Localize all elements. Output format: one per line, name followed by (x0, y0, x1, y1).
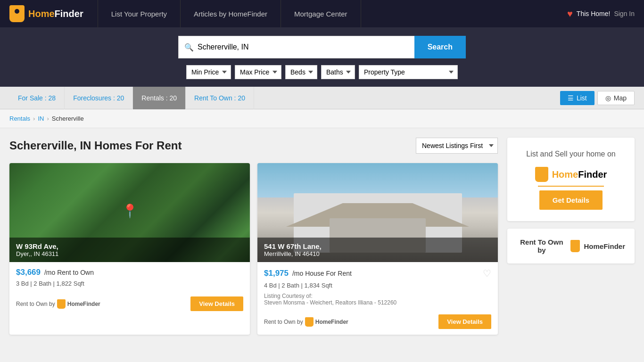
search-input-wrap: 🔍 (178, 36, 414, 58)
get-details-button[interactable]: Get Details (539, 190, 603, 210)
filter-bar: Min Price Max Price Beds Baths Property … (186, 65, 458, 79)
nav-articles[interactable]: Articles by HomeFinder (181, 0, 281, 27)
card-price-line-2: $1,975 /mo House For Rent ♡ (264, 268, 491, 279)
view-toggle: ☰ List ◎ Map (560, 91, 635, 105)
tab-for-sale[interactable]: For Sale : 28 (9, 87, 65, 109)
card-address-overlay-1: W 93Rd Ave, Dyer,, IN 46311 (9, 238, 250, 262)
property-card: 📍 W 93Rd Ave, Dyer,, IN 46311 $3,669 /mo… (9, 163, 250, 335)
page-header: Schererville, IN Homes For Rent Newest L… (9, 138, 498, 154)
sidebar-logo-text: HomeFinder (552, 169, 607, 180)
rent-to-own-section: Rent To Own by HomeFinder (507, 229, 635, 263)
view-details-button-1[interactable]: View Details (190, 296, 243, 311)
site-header: HomeFinder List Your Property Articles b… (0, 0, 644, 27)
card-price-1: $3,669 (16, 268, 41, 277)
card-address-street-1: W 93Rd Ave, (16, 242, 243, 250)
sidebar-promo-card: List and Sell your home on HomeFinder Ge… (507, 138, 635, 221)
card-footer-2: Rent to Own by HomeFinder View Details (257, 314, 498, 335)
breadcrumb-schererville: Schererville (52, 115, 84, 122)
card-image-2[interactable]: 541 W 67th Lane, Merrillville, IN 46410 (257, 163, 498, 262)
card-price-type-2: /mo House For Rent (292, 270, 352, 277)
search-input[interactable] (198, 43, 409, 51)
nav-list-property[interactable]: List Your Property (98, 0, 181, 27)
card-courtesy-2: Listing Courtesy of: Steven Monsma - Wei… (264, 293, 491, 306)
header-right: ♥ This Home! Sign In (567, 8, 635, 19)
search-button[interactable]: Search (414, 36, 466, 58)
mini-logo-icon-2 (305, 317, 314, 327)
card-info-1: $3,669 /mo Rent to Own 3 Bd | 2 Bath | 1… (9, 262, 250, 296)
breadcrumb-sep-1: › (33, 115, 35, 122)
sidebar-promo-title: List and Sell your home on (519, 149, 623, 159)
baths-select[interactable]: Baths (321, 65, 355, 79)
card-details-1: 3 Bd | 2 Bath | 1,822 Sqft (16, 280, 243, 287)
max-price-select[interactable]: Max Price (235, 65, 281, 79)
sidebar-logo-icon (535, 167, 548, 182)
card-address-city-2: Merrillville, IN 46410 (264, 250, 491, 257)
logo-text: HomeFinder (28, 8, 83, 19)
logo-icon (9, 5, 25, 22)
sidebar-logo-underline (538, 186, 604, 187)
property-card-2: 541 W 67th Lane, Merrillville, IN 46410 … (257, 163, 498, 335)
breadcrumb-sep-2: › (47, 115, 49, 122)
nav-mortgage[interactable]: Mortgage Center (281, 0, 361, 27)
map-view-button[interactable]: ◎ Map (597, 91, 635, 105)
tab-rent-to-own[interactable]: Rent To Own : 20 (186, 87, 254, 109)
list-view-button[interactable]: ☰ List (560, 91, 594, 105)
sidebar: List and Sell your home on HomeFinder Ge… (507, 138, 635, 335)
breadcrumb-rentals[interactable]: Rentals (9, 115, 30, 122)
card-price-line-1: $3,669 /mo Rent to Own (16, 268, 243, 277)
min-price-select[interactable]: Min Price (186, 65, 231, 79)
card-price-2: $1,975 (264, 269, 289, 278)
sort-select[interactable]: Newest Listings First Price: Low to High… (416, 138, 498, 154)
provider-text-2: Rent to Own by HomeFinder (264, 317, 348, 327)
card-address-street-2: 541 W 67th Lane, (264, 242, 491, 250)
sidebar-logo-row: HomeFinder (519, 167, 623, 182)
page-title: Schererville, IN Homes For Rent (9, 139, 182, 152)
breadcrumb-area: Rentals › IN › Schererville (0, 109, 644, 128)
tab-rentals[interactable]: Rentals : 20 (133, 87, 186, 109)
provider-text-1: Rent to Own by HomeFinder (16, 299, 100, 309)
card-info-2: $1,975 /mo House For Rent ♡ 4 Bd | 2 Bat… (257, 262, 498, 314)
view-details-button-2[interactable]: View Details (438, 314, 491, 329)
card-address-overlay-2: 541 W 67th Lane, Merrillville, IN 46410 (257, 238, 498, 262)
cards-grid: 📍 W 93Rd Ave, Dyer,, IN 46311 $3,669 /mo… (9, 163, 498, 335)
main-content: Schererville, IN Homes For Rent Newest L… (0, 128, 644, 344)
breadcrumb-in[interactable]: IN (38, 115, 44, 122)
property-type-select[interactable]: Property Type (359, 65, 458, 79)
mini-logo-icon-1 (57, 299, 66, 309)
search-area: 🔍 Search Min Price Max Price Beds Baths … (0, 27, 644, 87)
sign-in-link[interactable]: Sign In (614, 10, 635, 17)
search-bar: 🔍 Search (178, 36, 466, 58)
search-icon: 🔍 (184, 43, 194, 52)
tab-foreclosures[interactable]: Foreclosures : 20 (65, 87, 133, 109)
site-logo[interactable]: HomeFinder (9, 5, 83, 22)
heart-icon: ♥ (567, 8, 573, 19)
map-pin-icon: 📍 (122, 203, 138, 219)
listings-area: Schererville, IN Homes For Rent Newest L… (9, 138, 498, 335)
card-details-2: 4 Bd | 2 Bath | 1,834 Sqft (264, 282, 491, 289)
card-price-wrap-2: $1,975 /mo House For Rent (264, 269, 352, 278)
card-image-1[interactable]: 📍 W 93Rd Ave, Dyer,, IN 46311 (9, 163, 250, 262)
main-nav: List Your Property Articles by HomeFinde… (98, 0, 567, 27)
breadcrumb: Rentals › IN › Schererville (9, 115, 635, 122)
beds-select[interactable]: Beds (285, 65, 317, 79)
card-price-type-1: /mo Rent to Own (44, 269, 94, 276)
card-footer-1: Rent to Own by HomeFinder View Details (9, 296, 250, 317)
favorite-button-2[interactable]: ♡ (483, 268, 491, 279)
rent-to-own-logo-icon (570, 240, 580, 252)
card-price-wrap-1: $3,669 /mo Rent to Own (16, 268, 94, 277)
card-address-city-1: Dyer,, IN 46311 (16, 250, 243, 257)
this-home-label[interactable]: This Home! (577, 10, 611, 17)
rent-to-own-title: Rent To Own by HomeFinder (517, 238, 625, 254)
tabs-bar: For Sale : 28 Foreclosures : 20 Rentals … (0, 87, 644, 109)
